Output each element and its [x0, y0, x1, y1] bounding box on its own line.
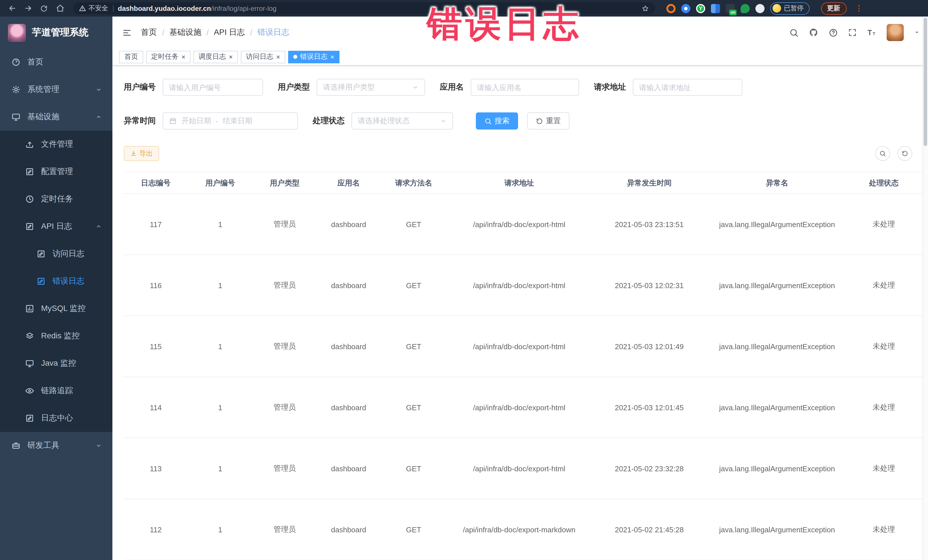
cell-user_type: 管理员	[253, 499, 317, 560]
sidebar-item-config[interactable]: 配置管理	[0, 158, 112, 185]
cell-app: dashboard	[317, 194, 380, 255]
sidebar-item-label: 文件管理	[41, 139, 73, 150]
github-icon[interactable]	[809, 27, 819, 38]
address-bar[interactable]: 不安全 dashboard.yudao.iocoder.cn/infra/log…	[73, 2, 655, 14]
cell-status: 未处理	[847, 255, 920, 316]
tab-label: 定时任务	[151, 52, 179, 62]
tracer-icon	[25, 386, 34, 395]
tab-调度日志[interactable]: 调度日志×	[194, 50, 238, 63]
sidebar-item-error-log[interactable]: 错误日志	[0, 268, 112, 295]
column-header: 请求方法名	[380, 172, 447, 194]
refresh-table-button[interactable]	[897, 146, 912, 161]
user-id-input[interactable]	[163, 79, 263, 96]
sidebar-item-label: MySQL 监控	[41, 304, 85, 314]
cell-time: 2021-05-03 12:01:49	[592, 316, 707, 377]
chevron-down-icon	[95, 442, 102, 449]
browser-reload-icon[interactable]	[38, 2, 50, 15]
sidebar-item-redis[interactable]: Redis 监控	[0, 322, 112, 350]
table-row: 1131管理员dashboardGET/api/infra/db-doc/exp…	[124, 438, 928, 499]
extension-icon-1[interactable]	[666, 4, 676, 13]
export-button[interactable]: 导出	[124, 146, 159, 161]
browser-home-icon[interactable]	[53, 2, 66, 15]
breadcrumb-item[interactable]: 首页	[141, 27, 157, 38]
tab-close-icon[interactable]: ×	[276, 53, 280, 60]
sidebar-item-label: 研发工具	[27, 441, 60, 451]
exception-time-range-picker[interactable]: 开始日期 - 结束日期	[163, 112, 298, 130]
sidebar-item-java[interactable]: Java 监控	[0, 350, 112, 377]
extension-icon-5[interactable]	[726, 4, 735, 13]
toggle-search-button[interactable]	[875, 146, 890, 161]
cell-exception: java.lang.IllegalArgumentException	[707, 255, 847, 316]
extension-icon-7[interactable]	[756, 4, 765, 13]
request-url-input[interactable]	[633, 79, 742, 96]
browser-forward-icon[interactable]	[22, 2, 34, 15]
cell-exception: java.lang.IllegalArgumentException	[707, 438, 847, 499]
cell-user_id: 1	[188, 438, 253, 499]
reset-button[interactable]: 重置	[527, 112, 569, 130]
sidebar-item-infra[interactable]: 基础设施	[0, 103, 112, 131]
font-size-icon[interactable]: TT	[867, 27, 877, 38]
sidebar-item-file[interactable]: 文件管理	[0, 131, 112, 158]
app-logo[interactable]: 芋道管理系统	[0, 17, 112, 49]
tab-访问日志[interactable]: 访问日志×	[241, 50, 285, 63]
breadcrumb-item: 错误日志	[257, 27, 289, 38]
tab-close-icon[interactable]: ×	[330, 53, 334, 60]
security-warning: 不安全	[79, 4, 108, 12]
sidebar-item-home[interactable]: 首页	[0, 49, 112, 76]
update-button[interactable]: 更新	[821, 2, 846, 15]
cell-url: /api/infra/db-doc/export-html	[447, 316, 592, 377]
bookmark-star-icon[interactable]	[641, 4, 649, 12]
sidebar-item-system[interactable]: 系统管理	[0, 76, 112, 103]
table-body: 1171管理员dashboardGET/api/infra/db-doc/exp…	[124, 194, 928, 560]
tab-首页[interactable]: 首页	[119, 50, 143, 63]
sidebar-item-label: 错误日志	[52, 276, 84, 287]
sidebar-item-job[interactable]: 定时任务	[0, 185, 112, 213]
fullscreen-icon[interactable]	[848, 28, 857, 37]
cell-status: 未处理	[847, 316, 920, 377]
cell-exception: java.lang.IllegalArgumentException	[707, 316, 847, 377]
chevron-down-icon	[440, 117, 447, 124]
search-icon	[879, 150, 886, 157]
breadcrumb-item[interactable]: API 日志	[214, 27, 245, 38]
tab-错误日志[interactable]: 错误日志×	[288, 50, 339, 63]
sidebar-item-mysql[interactable]: MySQL 监控	[0, 295, 112, 322]
process-status-select[interactable]: 请选择处理状态	[351, 112, 453, 130]
avatar[interactable]	[887, 24, 904, 41]
app-name-input[interactable]	[471, 79, 579, 96]
chevron-down-icon[interactable]	[913, 29, 920, 36]
help-icon[interactable]	[829, 27, 838, 37]
extension-icon-2[interactable]	[681, 4, 690, 13]
hamburger-icon[interactable]	[117, 23, 136, 42]
scrollbar-thumb[interactable]	[924, 18, 927, 146]
tab-label: 调度日志	[198, 52, 226, 62]
sidebar-item-api-log[interactable]: API 日志	[0, 213, 112, 240]
breadcrumb-item[interactable]: 基础设施	[169, 27, 201, 38]
sidebar-item-access-log[interactable]: 访问日志	[0, 240, 112, 268]
browser-menu-dots-icon[interactable]	[855, 4, 863, 12]
paused-badge[interactable]: 已暂停	[770, 2, 809, 15]
cell-user_type: 管理员	[253, 377, 317, 438]
sidebar-item-label: 链路追踪	[41, 386, 73, 396]
extension-icon-3[interactable]: Y	[696, 4, 705, 13]
sidebar-item-dev-tool[interactable]: 研发工具	[0, 432, 112, 459]
cell-id: 113	[124, 438, 188, 499]
user-type-label: 用户类型	[278, 82, 310, 92]
extension-icon-4[interactable]	[711, 4, 720, 13]
content: 用户编号 用户类型 请选择用户类型 应用名	[112, 66, 928, 560]
omnibox-divider	[113, 5, 113, 12]
tab-定时任务[interactable]: 定时任务×	[146, 50, 191, 63]
tab-close-icon[interactable]: ×	[182, 53, 185, 60]
cell-url: /api/infra/db-doc/export-html	[447, 194, 592, 255]
cell-app: dashboard	[317, 377, 380, 438]
tab-close-icon[interactable]: ×	[229, 53, 233, 60]
navbar: 首页/基础设施/API 日志/错误日志 TT	[112, 17, 928, 49]
search-button[interactable]: 搜索	[476, 112, 518, 130]
sidebar-item-tracer[interactable]: 链路追踪	[0, 377, 112, 404]
breadcrumb-separator: /	[162, 28, 164, 37]
extension-icon-6[interactable]	[740, 4, 750, 13]
search-icon[interactable]	[789, 27, 799, 37]
chevron-up-icon	[95, 223, 102, 230]
sidebar-item-log-center[interactable]: 日志中心	[0, 404, 112, 432]
user-type-select[interactable]: 请选择用户类型	[317, 79, 425, 96]
browser-back-icon[interactable]	[6, 2, 18, 15]
